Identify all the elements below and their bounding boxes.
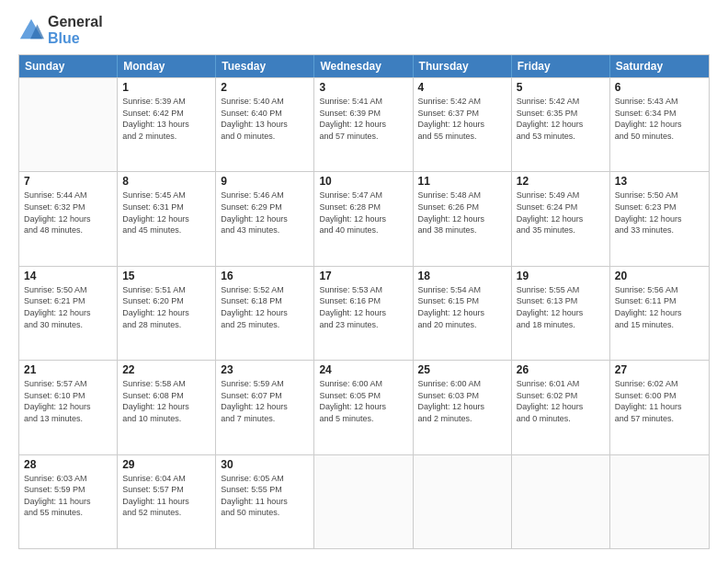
cell-info-line: Sunset: 5:57 PM (122, 484, 210, 496)
cell-info-line: Sunrise: 6:03 AM (24, 473, 112, 485)
cell-info-line: Sunrise: 5:50 AM (615, 190, 704, 201)
day-number: 30 (221, 458, 309, 471)
logo: General Blue (18, 14, 103, 47)
cell-info-line: Sunrise: 6:00 AM (319, 378, 407, 390)
calendar-cell: 24Sunrise: 6:00 AMSunset: 6:05 PMDayligh… (314, 361, 413, 454)
day-number: 2 (221, 81, 309, 94)
cell-info-line: Sunset: 6:23 PM (615, 201, 704, 213)
calendar-cell: 27Sunrise: 6:02 AMSunset: 6:00 PMDayligh… (610, 361, 709, 454)
cell-info-line: Daylight: 11 hours (221, 496, 309, 508)
day-number: 20 (615, 270, 704, 282)
cell-info-line: Sunset: 6:15 PM (418, 295, 506, 307)
calendar-cell (314, 455, 413, 548)
cell-info-line: Sunset: 5:55 PM (221, 484, 309, 496)
calendar-row: 21Sunrise: 5:57 AMSunset: 6:10 PMDayligh… (19, 360, 709, 454)
calendar-cell: 18Sunrise: 5:54 AMSunset: 6:15 PMDayligh… (414, 267, 512, 360)
calendar-row: 28Sunrise: 6:03 AMSunset: 5:59 PMDayligh… (19, 454, 709, 548)
cell-info-line: Sunset: 6:26 PM (418, 201, 506, 213)
calendar-row: 1Sunrise: 5:39 AMSunset: 6:42 PMDaylight… (19, 77, 709, 171)
day-number: 21 (24, 363, 112, 376)
cell-info-line: Daylight: 12 hours (615, 119, 704, 131)
cell-info-line: Daylight: 12 hours (122, 401, 210, 413)
header: General Blue (18, 14, 710, 47)
cell-info-line: Sunset: 6:05 PM (319, 390, 407, 402)
day-number: 23 (221, 363, 309, 376)
calendar-cell (610, 455, 709, 548)
weekday-header: Thursday (414, 55, 512, 77)
cell-info-line: Sunset: 5:59 PM (24, 484, 112, 496)
cell-info-line: Sunrise: 6:01 AM (517, 378, 605, 390)
cell-info-line: Sunset: 6:08 PM (122, 390, 210, 402)
calendar-cell (414, 455, 512, 548)
cell-info-line: Sunrise: 5:58 AM (122, 378, 210, 390)
cell-info-line: and 5 minutes. (319, 413, 407, 425)
calendar-body: 1Sunrise: 5:39 AMSunset: 6:42 PMDaylight… (19, 77, 709, 548)
calendar-cell: 25Sunrise: 6:00 AMSunset: 6:03 PMDayligh… (414, 361, 512, 454)
cell-info-line: Sunrise: 5:49 AM (517, 190, 605, 201)
calendar-header: SundayMondayTuesdayWednesdayThursdayFrid… (19, 55, 709, 77)
day-number: 11 (418, 175, 506, 188)
cell-info-line: Daylight: 12 hours (122, 213, 210, 225)
cell-info-line: Sunset: 6:40 PM (221, 108, 309, 120)
day-number: 24 (319, 363, 407, 376)
day-number: 13 (615, 175, 704, 188)
cell-info-line: and 2 minutes. (122, 131, 210, 143)
day-number: 4 (418, 81, 506, 94)
cell-info-line: Sunset: 6:21 PM (24, 295, 112, 307)
cell-info-line: Daylight: 13 hours (122, 119, 210, 131)
day-number: 26 (517, 363, 605, 376)
day-number: 22 (122, 363, 210, 376)
calendar-cell: 10Sunrise: 5:47 AMSunset: 6:28 PMDayligh… (314, 172, 413, 265)
day-number: 19 (517, 270, 605, 282)
cell-info-line: Daylight: 12 hours (517, 119, 605, 131)
weekday-header: Saturday (610, 55, 709, 77)
calendar-cell: 16Sunrise: 5:52 AMSunset: 6:18 PMDayligh… (216, 267, 314, 360)
cell-info-line: Daylight: 12 hours (221, 307, 309, 319)
cell-info-line: and 10 minutes. (122, 413, 210, 425)
cell-info-line: Sunset: 6:20 PM (122, 295, 210, 307)
cell-info-line: Daylight: 12 hours (221, 213, 309, 225)
cell-info-line: Sunrise: 5:51 AM (122, 284, 210, 296)
day-number: 17 (319, 270, 407, 282)
cell-info-line: Sunrise: 5:57 AM (24, 378, 112, 390)
cell-info-line: Daylight: 12 hours (418, 119, 506, 131)
cell-info-line: Daylight: 11 hours (615, 401, 704, 413)
cell-info-line: Sunrise: 5:52 AM (221, 284, 309, 296)
cell-info-line: and 15 minutes. (615, 319, 704, 331)
day-number: 16 (221, 270, 309, 282)
calendar-cell: 5Sunrise: 5:42 AMSunset: 6:35 PMDaylight… (512, 78, 610, 171)
calendar-cell: 12Sunrise: 5:49 AMSunset: 6:24 PMDayligh… (512, 172, 610, 265)
logo-icon (18, 17, 44, 43)
cell-info-line: Daylight: 12 hours (319, 307, 407, 319)
cell-info-line: Daylight: 12 hours (122, 307, 210, 319)
cell-info-line: Sunset: 6:39 PM (319, 108, 407, 120)
cell-info-line: and 23 minutes. (319, 319, 407, 331)
calendar-cell: 11Sunrise: 5:48 AMSunset: 6:26 PMDayligh… (414, 172, 512, 265)
day-number: 14 (24, 270, 112, 282)
cell-info-line: Sunset: 6:32 PM (24, 201, 112, 213)
day-number: 3 (319, 81, 407, 94)
cell-info-line: and 52 minutes. (122, 507, 210, 519)
cell-info-line: and 35 minutes. (517, 224, 605, 236)
cell-info-line: Sunrise: 5:53 AM (319, 284, 407, 296)
weekday-header: Friday (512, 55, 610, 77)
cell-info-line: Sunrise: 5:46 AM (221, 190, 309, 201)
calendar-cell: 8Sunrise: 5:45 AMSunset: 6:31 PMDaylight… (118, 172, 216, 265)
cell-info-line: and 7 minutes. (221, 413, 309, 425)
cell-info-line: Daylight: 12 hours (615, 213, 704, 225)
cell-info-line: and 50 minutes. (615, 131, 704, 143)
cell-info-line: Daylight: 12 hours (24, 213, 112, 225)
cell-info-line: Sunrise: 5:50 AM (24, 284, 112, 296)
cell-info-line: Sunrise: 5:42 AM (517, 96, 605, 108)
calendar-cell: 21Sunrise: 5:57 AMSunset: 6:10 PMDayligh… (19, 361, 118, 454)
cell-info-line: Sunrise: 6:05 AM (221, 473, 309, 485)
calendar-cell: 13Sunrise: 5:50 AMSunset: 6:23 PMDayligh… (610, 172, 709, 265)
cell-info-line: Sunrise: 5:59 AM (221, 378, 309, 390)
cell-info-line: and 55 minutes. (418, 131, 506, 143)
cell-info-line: Sunset: 6:00 PM (615, 390, 704, 402)
calendar-cell: 23Sunrise: 5:59 AMSunset: 6:07 PMDayligh… (216, 361, 314, 454)
cell-info-line: Sunset: 6:35 PM (517, 108, 605, 120)
cell-info-line: and 57 minutes. (319, 131, 407, 143)
day-number: 12 (517, 175, 605, 188)
cell-info-line: Sunset: 6:03 PM (418, 390, 506, 402)
